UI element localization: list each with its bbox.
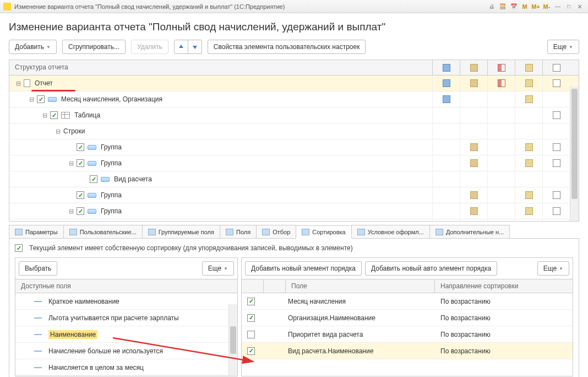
expand-toggle[interactable] xyxy=(68,160,74,166)
available-field-row[interactable]: Начисление больше не используется xyxy=(15,343,237,359)
row-icon-cell[interactable] xyxy=(432,76,460,91)
row-icon-cell[interactable] xyxy=(487,123,515,139)
add-auto-order-element-button[interactable]: Добавить новый авто элемент порядка xyxy=(365,261,497,276)
tree-row[interactable]: Вид расчета xyxy=(9,219,579,221)
order-checkbox[interactable] xyxy=(247,347,255,355)
tab-1[interactable]: Пользовательские... xyxy=(63,225,143,238)
header-col-2[interactable] xyxy=(460,60,487,75)
move-down-button[interactable] xyxy=(188,40,202,54)
row-icon-cell[interactable] xyxy=(542,76,570,91)
row-icon-cell[interactable] xyxy=(542,219,570,221)
tab-5[interactable]: Сортировка xyxy=(296,225,351,239)
tree-row[interactable]: Вид расчета xyxy=(9,171,579,187)
row-icon-cell[interactable] xyxy=(515,91,542,107)
row-checkbox[interactable] xyxy=(77,143,84,151)
group-button[interactable]: Сгруппировать... xyxy=(62,40,126,54)
row-icon-cell[interactable] xyxy=(542,203,570,219)
order-row[interactable]: Месяц начисленияПо возрастанию xyxy=(242,293,573,310)
available-fields-list[interactable]: Краткое наименованиеЛьгота учитывается п… xyxy=(15,293,237,376)
row-icon-cell[interactable] xyxy=(487,107,515,123)
row-icon-cell[interactable] xyxy=(542,187,570,203)
row-icon-cell[interactable] xyxy=(432,171,460,187)
print-icon[interactable]: 🖨 xyxy=(487,2,497,11)
row-icon-cell[interactable] xyxy=(542,91,570,107)
row-checkbox[interactable] xyxy=(90,175,97,183)
available-field-row[interactable]: Наименование xyxy=(15,326,237,343)
row-checkbox[interactable] xyxy=(77,207,84,215)
row-icon-cell[interactable] xyxy=(515,171,542,187)
row-icon-cell[interactable] xyxy=(432,139,460,155)
row-icon-cell[interactable] xyxy=(542,171,570,187)
own-sort-checkbox-row[interactable]: Текущий элемент имеет собственную сортир… xyxy=(15,244,573,252)
row-icon-cell[interactable] xyxy=(487,187,515,203)
header-col-5[interactable] xyxy=(542,60,570,75)
order-row[interactable]: Организация.НаименованиеПо возрастанию xyxy=(242,310,573,326)
row-checkbox[interactable] xyxy=(50,111,58,119)
available-field-row[interactable]: Льгота учитывается при расчете зарплаты xyxy=(15,310,237,326)
expand-toggle[interactable] xyxy=(55,128,61,134)
row-icon-cell[interactable] xyxy=(487,91,515,107)
row-checkbox[interactable] xyxy=(37,95,45,103)
row-icon-cell[interactable] xyxy=(460,203,487,219)
available-scrollbar[interactable] xyxy=(228,304,237,376)
memory-m-button[interactable]: M xyxy=(520,2,530,11)
row-icon-cell[interactable] xyxy=(542,139,570,155)
add-order-element-button[interactable]: Добавить новый элемент порядка xyxy=(245,261,362,276)
row-icon-cell[interactable] xyxy=(515,76,542,91)
tree-row[interactable]: Группа xyxy=(9,187,579,203)
row-icon-cell[interactable] xyxy=(487,219,515,221)
tab-3[interactable]: Поля xyxy=(220,225,257,238)
tab-4[interactable]: Отбор xyxy=(256,225,296,238)
row-icon-cell[interactable] xyxy=(460,91,487,107)
row-icon-cell[interactable] xyxy=(515,219,542,221)
order-more-button[interactable]: Еще▼ xyxy=(537,261,569,276)
header-col-3[interactable] xyxy=(487,60,515,75)
memory-mminus-button[interactable]: M- xyxy=(542,2,552,11)
tree-row[interactable]: Отчет xyxy=(9,76,579,91)
row-icon-cell[interactable] xyxy=(542,107,570,123)
tab-7[interactable]: Дополнительные н... xyxy=(429,225,510,238)
move-up-button[interactable] xyxy=(174,40,188,54)
row-icon-cell[interactable] xyxy=(487,139,515,155)
memory-mplus-button[interactable]: M+ xyxy=(531,2,541,11)
tree-row[interactable]: Группа xyxy=(9,139,579,155)
row-icon-cell[interactable] xyxy=(432,91,460,107)
expand-toggle[interactable] xyxy=(41,112,48,119)
order-checkbox[interactable] xyxy=(247,298,255,305)
header-col-4[interactable] xyxy=(515,60,542,75)
row-icon-cell[interactable] xyxy=(432,187,460,203)
tree-row[interactable]: Строки xyxy=(9,123,579,139)
close-icon[interactable]: × xyxy=(575,2,585,11)
structure-tree[interactable]: ОтчетМесяц начисления, ОрганизацияТаблиц… xyxy=(9,76,579,221)
available-field-row[interactable]: Краткое наименование xyxy=(15,293,237,310)
row-icon-cell[interactable] xyxy=(487,76,515,91)
tree-row[interactable]: Группа xyxy=(9,155,579,171)
row-icon-cell[interactable] xyxy=(542,155,570,171)
row-icon-cell[interactable] xyxy=(487,155,515,171)
minimize-icon[interactable]: — xyxy=(553,2,563,11)
choose-button[interactable]: Выбрать xyxy=(19,261,57,276)
own-sort-checkbox[interactable] xyxy=(15,244,23,252)
order-row[interactable]: Приоритет вида расчетаПо возрастанию xyxy=(242,326,573,343)
order-row[interactable]: Вид расчета.НаименованиеПо возрастанию xyxy=(242,343,573,359)
row-icon-cell[interactable] xyxy=(460,107,487,123)
row-icon-cell[interactable] xyxy=(515,155,542,171)
row-icon-cell[interactable] xyxy=(515,139,542,155)
more-button[interactable]: Еще▼ xyxy=(547,40,579,54)
calc-icon[interactable]: 🧮 xyxy=(498,2,508,11)
row-icon-cell[interactable] xyxy=(432,123,460,139)
tab-0[interactable]: Параметры xyxy=(9,225,64,238)
expand-toggle[interactable] xyxy=(28,96,35,103)
header-col-1[interactable] xyxy=(432,60,460,75)
row-icon-cell[interactable] xyxy=(460,187,487,203)
expand-toggle[interactable] xyxy=(68,208,74,214)
order-list[interactable]: Месяц начисленияПо возрастаниюОрганизаци… xyxy=(242,293,573,359)
tree-row[interactable]: Таблица xyxy=(9,107,579,123)
available-more-button[interactable]: Еще▼ xyxy=(202,261,234,276)
tree-row[interactable]: Месяц начисления, Организация xyxy=(9,91,579,107)
row-icon-cell[interactable] xyxy=(432,107,460,123)
expand-toggle[interactable] xyxy=(68,192,74,198)
expand-toggle[interactable] xyxy=(68,144,74,150)
available-field-row[interactable]: Начисляется в целом за месяц xyxy=(15,359,237,376)
user-settings-button[interactable]: Свойства элемента пользовательских настр… xyxy=(208,40,366,54)
